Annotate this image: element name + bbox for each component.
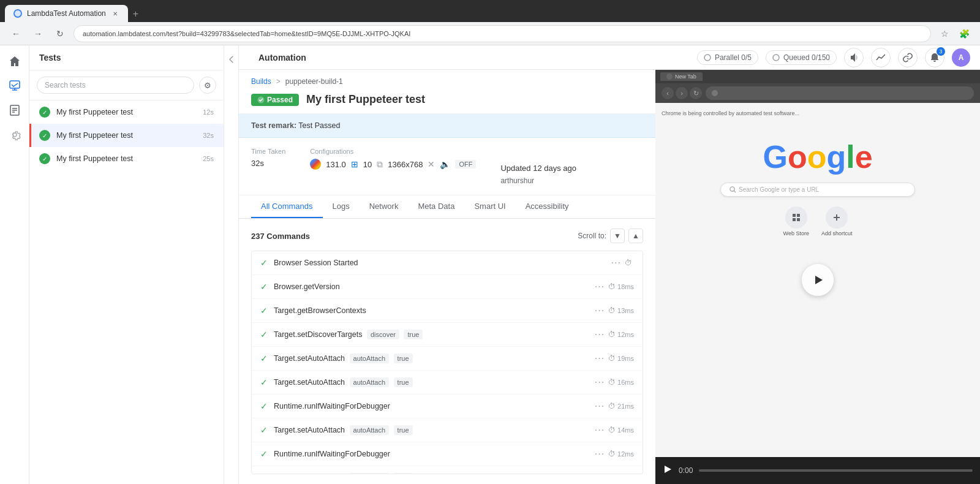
command-item[interactable]: ✓ Target.getBrowserContexts ··· ⏱ 13ms — [252, 299, 643, 323]
commands-list: ✓ Browser Session Started ··· ⏱ — [251, 251, 643, 474]
notification-button[interactable]: 3 — [925, 48, 944, 67]
os-version: 10 — [363, 160, 372, 169]
svg-rect-12 — [793, 214, 796, 217]
command-item[interactable]: ✓ Target.setDiscoverTargets discover tru… — [252, 323, 643, 347]
svg-point-6 — [704, 55, 710, 61]
forward-button[interactable]: → — [29, 25, 47, 42]
tests-panel-header: Tests — [29, 45, 224, 70]
video-progress-bar[interactable] — [699, 469, 973, 472]
command-item[interactable]: ✓ Target.setAutoAttach autoAttach true ·… — [252, 371, 643, 395]
home-sidebar-item[interactable] — [4, 50, 26, 72]
video-play-button[interactable] — [663, 464, 673, 477]
tab-smart-ui[interactable]: Smart UI — [464, 195, 515, 218]
command-param: true — [394, 425, 413, 435]
volume-button[interactable] — [844, 48, 864, 67]
screenshot-search-bar: Search Google or type a URL — [720, 183, 915, 197]
tab-logs[interactable]: Logs — [323, 195, 360, 218]
svg-rect-13 — [797, 214, 800, 217]
settings-sidebar-item[interactable] — [4, 124, 26, 146]
queued-indicator: Queued 0/150 — [766, 50, 837, 65]
command-menu-icon[interactable]: ··· — [595, 353, 605, 364]
command-item[interactable]: ✓ Target.setAutoAttach autoAttach true ·… — [252, 347, 643, 371]
test-item[interactable]: ✓ My first Puppeteer test 25s — [29, 147, 224, 170]
reload-button[interactable]: ↻ — [51, 25, 69, 42]
g-letter-green: l — [846, 141, 854, 173]
command-item[interactable]: ✓ Runtime.runIfWaitingForDebugger ··· ⏱ … — [252, 442, 643, 466]
analytics-button[interactable] — [871, 48, 891, 67]
command-menu-icon[interactable]: ··· — [595, 425, 605, 436]
command-actions: ··· ⏱ 12ms — [595, 448, 634, 459]
command-menu-icon[interactable]: ··· — [595, 401, 605, 412]
app-container: Tests ⚙ ✓ My first Puppeteer test 12s ✓ … — [0, 45, 980, 484]
command-item[interactable]: ✓ Runtime.runIfWaitingForDebugger ··· ⏱ … — [252, 395, 643, 418]
command-check-icon: ✓ — [260, 401, 268, 411]
command-menu-icon[interactable]: ··· — [595, 377, 605, 388]
command-menu-icon[interactable]: ··· — [595, 472, 605, 474]
test-item[interactable]: ✓ My first Puppeteer test 12s — [29, 100, 224, 124]
extensions-button[interactable]: 🧩 — [956, 25, 973, 42]
test-pass-icon: ✓ — [39, 107, 50, 118]
browser-chrome: LambdaTest Automation ✕ + — [0, 0, 980, 22]
tab-meta-data[interactable]: Meta Data — [408, 195, 464, 218]
video-container: New Tab ‹ › ↻ — [655, 70, 980, 457]
svg-marker-18 — [665, 466, 671, 473]
bookmark-button[interactable]: ☆ — [936, 25, 953, 42]
remark-label: Test remark: — [251, 121, 296, 130]
top-header: Automation Parallel 0/5 Queued 0/150 — [239, 45, 980, 70]
command-time: ⏱ 12ms — [608, 330, 634, 339]
command-name: Target.setAutoAttach autoAttach true — [274, 426, 589, 434]
tab-network[interactable]: Network — [360, 195, 409, 218]
command-item[interactable]: ✓ Browser.getVersion ··· ⏱ 18ms — [252, 275, 643, 299]
clock-icon: ⏱ — [625, 259, 632, 267]
command-check-icon: ✓ — [260, 330, 268, 339]
shortcut-add-icon — [826, 206, 848, 229]
filter-button[interactable]: ⚙ — [199, 77, 216, 94]
test-name: My first Puppeteer test — [56, 131, 203, 140]
screenshot-nav-bar: ‹ › ↻ — [655, 83, 980, 103]
video-controls: 0:00 — [655, 457, 980, 484]
link-button[interactable] — [898, 48, 918, 67]
volume-small-icon: 🔈 — [440, 159, 450, 169]
content-area: Builds > puppeteer-build-1 Passed My fir… — [239, 70, 980, 484]
tab-all-commands[interactable]: All Commands — [251, 195, 323, 218]
header-right: Parallel 0/5 Queued 0/150 3 — [697, 48, 970, 67]
active-tab[interactable]: LambdaTest Automation ✕ — [5, 5, 128, 22]
panel-toggle-button[interactable] — [224, 45, 239, 484]
time-taken-value: 32s — [251, 159, 285, 168]
time-value: 16ms — [617, 379, 634, 386]
command-item[interactable]: ✓ Target.setAutoAttach autoAttach true ·… — [252, 466, 643, 474]
scroll-down-btn[interactable]: ▼ — [610, 229, 625, 243]
url-bar[interactable]: automation.lambdatest.com/test?build=432… — [74, 25, 931, 42]
command-menu-icon[interactable]: ··· — [595, 281, 605, 292]
new-tab-button[interactable]: + — [128, 6, 143, 22]
tab-accessibility[interactable]: Accessibility — [516, 195, 579, 218]
command-menu-icon[interactable]: ··· — [595, 448, 605, 459]
tests-panel: Tests ⚙ ✓ My first Puppeteer test 12s ✓ … — [29, 45, 224, 484]
remark-value: Test Passed — [298, 121, 340, 130]
configurations-label: Configurations — [310, 148, 476, 155]
test-item-active[interactable]: ✓ My first Puppeteer test 32s — [29, 124, 224, 147]
command-param: true — [394, 473, 413, 474]
command-actions: ··· ⏱ 18ms — [595, 281, 634, 292]
command-param: true — [394, 354, 413, 363]
play-overlay-button[interactable] — [802, 264, 834, 296]
back-button[interactable]: ← — [7, 25, 24, 42]
svg-marker-9 — [815, 276, 823, 284]
g-letter-red: o — [788, 141, 807, 173]
search-input[interactable] — [37, 77, 194, 94]
time-value: 14ms — [617, 426, 634, 434]
command-menu-icon[interactable]: ··· — [611, 257, 621, 268]
command-item[interactable]: ✓ Browser Session Started ··· ⏱ — [252, 251, 643, 275]
command-menu-icon[interactable]: ··· — [595, 329, 605, 340]
parallel-label: Parallel 0/5 — [715, 53, 752, 62]
tests-sidebar-item[interactable] — [4, 99, 26, 121]
tab-close-btn[interactable]: ✕ — [111, 9, 119, 18]
command-item[interactable]: ✓ Target.setAutoAttach autoAttach true ·… — [252, 418, 643, 442]
builds-breadcrumb-link[interactable]: Builds — [251, 77, 271, 86]
command-menu-icon[interactable]: ··· — [595, 305, 605, 316]
user-avatar[interactable]: A — [952, 48, 970, 67]
current-breadcrumb: puppeteer-build-1 — [285, 77, 343, 86]
configurations-group: Configurations 131.0 ⊞ 10 ⧉ 1366x768 ✕ 🔈… — [310, 148, 476, 185]
scroll-up-btn[interactable]: ▲ — [628, 229, 643, 243]
automation-sidebar-item[interactable] — [4, 75, 26, 97]
